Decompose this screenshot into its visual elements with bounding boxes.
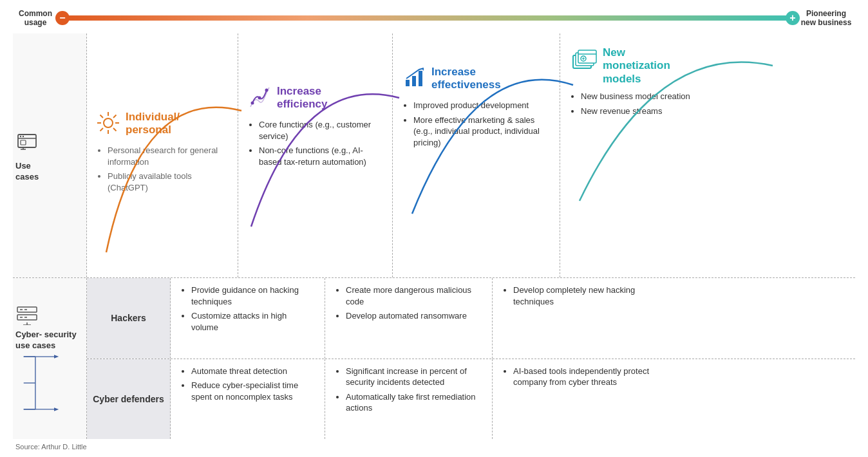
cyber-arrows-svg — [15, 351, 67, 415]
defenders-eff-bullet-1: Automate threat detection — [191, 366, 316, 377]
effectiveness-col: Increase effectiveness Improved product … — [393, 33, 560, 277]
effectiveness-bullet-2: More effective marketing & sales (e.g., … — [413, 115, 551, 149]
defenders-monetization-col: AI-based tools independently protect com… — [493, 359, 660, 440]
defenders-eff-bullets: Automate threat detection Reduce cyber-s… — [180, 366, 316, 406]
efficiency-heading: Increase efficiency — [247, 85, 383, 114]
hackers-eff-bullet-2: Customize attacks in high volume — [191, 310, 316, 333]
svg-rect-20 — [412, 76, 416, 86]
svg-line-12 — [100, 115, 104, 118]
svg-point-17 — [258, 97, 261, 100]
monetization-bullets: New business model creation New revenue … — [569, 91, 719, 120]
individual-bullet-1: Personal research for general informatio… — [108, 145, 229, 167]
svg-rect-25 — [578, 50, 596, 63]
gradient-bar-row: Common usage − + Pioneering new business — [13, 6, 855, 30]
individual-heading: Individual/ personal — [96, 111, 229, 140]
hackers-label-box: Hackers — [87, 278, 171, 359]
effectiveness-title: Increase effectiveness — [431, 66, 501, 92]
individual-icon — [96, 111, 120, 140]
hackers-mon-bullets: Develop completely new hacking technique… — [502, 284, 651, 310]
svg-rect-21 — [419, 71, 422, 86]
effectiveness-icon — [402, 66, 426, 95]
efficiency-title: Increase efficiency — [277, 85, 327, 111]
svg-line-14 — [113, 115, 117, 118]
hackers-efficiency-col: Provide guidance on hacking techniques C… — [171, 278, 325, 359]
monetization-bullet-2: New revenue streams — [581, 106, 719, 117]
defenders-effectiveness-col: Significant increase in percent of secur… — [325, 359, 493, 440]
svg-point-3 — [23, 136, 24, 137]
individual-bullets: Personal research for general informatio… — [96, 145, 229, 196]
efficiency-icon — [247, 85, 272, 114]
svg-marker-43 — [54, 355, 59, 359]
svg-point-7 — [104, 118, 113, 127]
right-label: Pioneering new business — [797, 9, 855, 28]
gradient-bar — [64, 15, 791, 21]
hackers-eff2-bullets: Create more dangerous malicious code Dev… — [334, 284, 483, 325]
defenders-eff-bullet-2: Reduce cyber-specialist time spent on no… — [191, 380, 316, 402]
hackers-mon-bullet-1: Develop completely new hacking technique… — [513, 284, 651, 307]
main-grid: Use cases — [13, 33, 855, 439]
hackers-eff-bullet-1: Provide guidance on hacking techniques — [191, 284, 316, 307]
cybersecurity-section: Cyber- security use cases — [13, 278, 855, 439]
monetization-col: New monetization models New business mod… — [560, 33, 728, 277]
monetization-bullet-1: New business model creation — [581, 91, 719, 102]
efficiency-bullet-2: Non-core functions (e.g., AI-based tax-r… — [259, 145, 383, 167]
cyber-icon — [15, 302, 39, 327]
left-label: Common usage — [13, 9, 58, 28]
plus-circle: + — [786, 11, 800, 25]
effectiveness-bullets: Improved product development More effect… — [402, 100, 551, 151]
defenders-row: Cyber defenders Automate threat detectio… — [87, 359, 855, 440]
efficiency-bullet-1: Core functions (e.g., customer service) — [259, 119, 383, 142]
use-cases-icon — [15, 128, 41, 158]
svg-line-15 — [100, 128, 104, 131]
hackers-effectiveness-col: Create more dangerous malicious code Dev… — [325, 278, 493, 359]
cyber-content: Hackers Provide guidance on hacking tech… — [87, 278, 855, 439]
defenders-mon-bullets: AI-based tools independently protect com… — [502, 366, 651, 391]
hackers-row: Hackers Provide guidance on hacking tech… — [87, 278, 855, 359]
monetization-heading: New monetization models — [569, 46, 719, 86]
source-text: Source: Arthur D. Little — [13, 443, 855, 451]
svg-point-2 — [20, 136, 21, 137]
use-cases-section: Use cases — [13, 33, 855, 278]
svg-marker-45 — [54, 408, 59, 411]
cyber-label-text: Cyber- security use cases — [15, 330, 81, 351]
hackers-label: Hackers — [111, 313, 146, 323]
defenders-eff2-bullet-2: Automatically take first remediation act… — [346, 391, 483, 414]
defenders-eff2-bullet-1: Significant increase in percent of secur… — [346, 366, 483, 388]
hackers-eff2-bullet-2: Develop automated ransomware — [346, 310, 483, 322]
individual-col: Individual/ personal Personal research f… — [87, 33, 238, 277]
defenders-label-box: Cyber defenders — [87, 359, 171, 440]
svg-rect-4 — [21, 140, 26, 145]
defenders-efficiency-col: Automate threat detection Reduce cyber-s… — [171, 359, 325, 440]
use-cases-text: Use cases — [15, 161, 39, 183]
minus-circle: − — [55, 11, 70, 25]
monetization-title: New monetization models — [603, 46, 670, 86]
efficiency-col: Increase efficiency Core functions (e.g.… — [238, 33, 393, 277]
main-container: Common usage − + Pioneering new business — [0, 0, 868, 457]
defenders-mon-bullet-1: AI-based tools independently protect com… — [513, 366, 651, 388]
effectiveness-bullet-1: Improved product development — [413, 100, 551, 111]
cyber-row-label: Cyber- security use cases — [13, 278, 87, 439]
use-cases-label: Use cases — [13, 33, 87, 277]
hackers-eff2-bullet-1: Create more dangerous malicious code — [346, 284, 483, 307]
efficiency-bullets: Core functions (e.g., customer service) … — [247, 119, 383, 171]
individual-bullet-2: Publicly available tools (ChatGPT) — [108, 171, 229, 193]
gradient-bar-wrapper: − + — [64, 15, 791, 21]
monetization-icon — [569, 46, 598, 79]
hackers-monetization-col: Develop completely new hacking technique… — [493, 278, 660, 359]
individual-title: Individual/ personal — [126, 111, 180, 137]
defenders-label: Cyber defenders — [93, 394, 164, 404]
defenders-eff2-bullets: Significant increase in percent of secur… — [334, 366, 483, 417]
effectiveness-heading: Increase effectiveness — [402, 66, 551, 95]
svg-rect-19 — [406, 80, 410, 86]
svg-line-13 — [113, 128, 117, 131]
hackers-efficiency-bullets: Provide guidance on hacking techniques C… — [180, 284, 316, 336]
